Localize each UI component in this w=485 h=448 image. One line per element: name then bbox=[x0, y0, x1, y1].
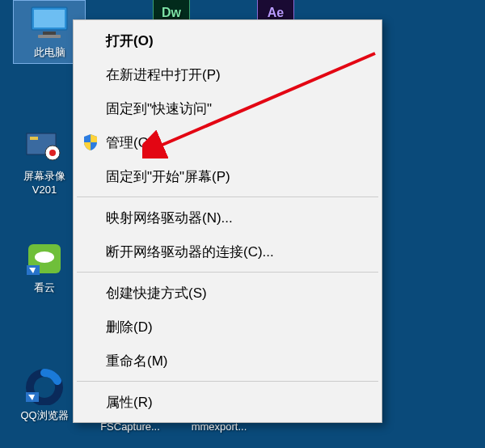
menu-item-properties[interactable]: 属性(R) bbox=[75, 385, 380, 419]
desktop-icon-screen-recorder[interactable]: 屏幕录像 V201 bbox=[8, 128, 81, 197]
desktop-icon-label: 看云 bbox=[34, 281, 55, 295]
desktop-icon-label: 此电脑 bbox=[34, 46, 65, 60]
recorder-icon bbox=[21, 128, 68, 167]
desktop-icon-kanyun[interactable]: 看云 bbox=[8, 239, 81, 295]
menu-item-label: 在新进程中打开(P) bbox=[106, 66, 380, 84]
cloud-icon bbox=[21, 239, 68, 278]
menu-item-label: 固定到"开始"屏幕(P) bbox=[106, 167, 380, 186]
menu-item-label: 属性(R) bbox=[106, 393, 380, 412]
menu-item-map-drive[interactable]: 映射网络驱动器(N)... bbox=[75, 201, 380, 235]
menu-separator bbox=[77, 381, 378, 382]
shield-icon bbox=[75, 133, 106, 151]
menu-item-label: 映射网络驱动器(N)... bbox=[106, 209, 380, 227]
menu-item-label: 打开(O) bbox=[106, 32, 380, 50]
menu-item-delete[interactable]: 删除(D) bbox=[75, 310, 380, 344]
menu-item-open-new-process[interactable]: 在新进程中打开(P) bbox=[75, 57, 380, 91]
menu-item-label: 管理(G) bbox=[106, 133, 380, 152]
menu-item-create-shortcut[interactable]: 创建快捷方式(S) bbox=[75, 276, 380, 310]
context-menu: 打开(O) 在新进程中打开(P) 固定到"快速访问" 管理(G) 固定到"开始"… bbox=[73, 19, 382, 423]
desktop-icon-label: QQ浏览器 bbox=[20, 409, 68, 423]
menu-item-label: 断开网络驱动器的连接(C)... bbox=[106, 243, 380, 261]
svg-point-9 bbox=[35, 251, 54, 263]
svg-point-6 bbox=[49, 150, 56, 156]
menu-item-pin-start[interactable]: 固定到"开始"屏幕(P) bbox=[75, 159, 380, 193]
menu-separator bbox=[77, 272, 378, 273]
desktop: 此电脑 屏幕录像 V201 看云 bbox=[0, 0, 485, 448]
menu-separator bbox=[77, 197, 378, 197]
menu-item-disconnect-drive[interactable]: 断开网络驱动器的连接(C)... bbox=[75, 235, 380, 268]
svg-rect-7 bbox=[30, 137, 38, 140]
menu-item-manage[interactable]: 管理(G) bbox=[75, 125, 380, 159]
menu-item-label: 固定到"快速访问" bbox=[106, 99, 380, 118]
computer-icon bbox=[26, 4, 73, 43]
desktop-icon-label: 屏幕录像 V201 bbox=[23, 170, 65, 197]
menu-item-rename[interactable]: 重命名(M) bbox=[75, 344, 380, 378]
browser-icon bbox=[21, 367, 68, 406]
menu-item-open[interactable]: 打开(O) bbox=[75, 23, 380, 57]
menu-item-label: 删除(D) bbox=[106, 318, 380, 336]
desktop-icon-qq-browser[interactable]: QQ浏览器 bbox=[8, 367, 81, 423]
menu-item-pin-quick-access[interactable]: 固定到"快速访问" bbox=[75, 91, 380, 125]
menu-item-label: 创建快捷方式(S) bbox=[106, 284, 380, 302]
svg-rect-1 bbox=[34, 10, 65, 27]
svg-rect-3 bbox=[38, 35, 61, 38]
svg-rect-2 bbox=[43, 32, 56, 35]
menu-item-label: 重命名(M) bbox=[106, 352, 380, 370]
